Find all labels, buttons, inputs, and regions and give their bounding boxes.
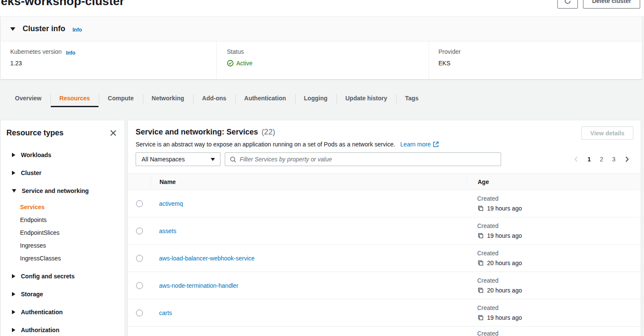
- caret-right-icon: [12, 171, 15, 175]
- column-header-name[interactable]: Name: [151, 177, 467, 187]
- caret-right-icon: [12, 274, 15, 278]
- tree-group-storage[interactable]: Storage: [1, 285, 125, 303]
- provider-value: EKS: [438, 60, 642, 67]
- row-radio[interactable]: [136, 200, 143, 207]
- tab-update-history[interactable]: Update history: [337, 90, 396, 107]
- collapse-caret-icon: [10, 27, 15, 31]
- copy-icon[interactable]: [477, 205, 484, 212]
- service-link[interactable]: aws-load-balancer-webhook-service: [159, 255, 255, 262]
- tab-logging[interactable]: Logging: [295, 90, 337, 107]
- services-panel: Service and networking: Services (22) Se…: [128, 120, 641, 336]
- row-radio[interactable]: [136, 282, 143, 289]
- cluster-info-body: Kubernetes version Info 1.23 Status Acti…: [1, 41, 642, 79]
- page-number-1[interactable]: 1: [585, 155, 594, 164]
- kubernetes-version-label: Kubernetes version: [10, 48, 62, 55]
- resource-types-tree: Workloads Cluster Service and networking…: [1, 146, 125, 336]
- provider-field: Provider EKS: [429, 41, 642, 79]
- search-input[interactable]: [240, 153, 499, 165]
- service-link[interactable]: carts: [159, 310, 172, 316]
- service-link[interactable]: aws-node-termination-handler: [159, 282, 238, 289]
- chevron-down-icon: [211, 158, 215, 161]
- namespace-dropdown-value: All Namespaces: [142, 156, 185, 163]
- tree-group-cluster[interactable]: Cluster: [1, 164, 125, 182]
- age-created-label: Created: [477, 222, 641, 229]
- age-created-label: Created: [477, 195, 641, 202]
- top-bar: eks-workshop-cluster Delete cluster: [0, 0, 644, 16]
- copy-icon[interactable]: [477, 287, 484, 294]
- age-created-label: Created: [477, 250, 641, 257]
- kubernetes-version-info-link[interactable]: Info: [66, 50, 75, 56]
- tree-group-label: Authorization: [21, 327, 59, 333]
- search-icon: [229, 156, 237, 163]
- cluster-info-header[interactable]: Cluster info Info: [1, 17, 642, 41]
- provider-label: Provider: [438, 48, 461, 55]
- cluster-tabs: Overview Resources Compute Networking Ad…: [6, 90, 427, 107]
- tab-add-ons[interactable]: Add-ons: [193, 90, 235, 107]
- learn-more-label: Learn more: [400, 141, 431, 148]
- tree-item-endpoints[interactable]: Endpoints: [1, 213, 125, 226]
- caret-right-icon: [12, 153, 15, 157]
- close-icon[interactable]: [109, 129, 118, 137]
- refresh-button[interactable]: [557, 0, 578, 9]
- view-details-button[interactable]: View details: [581, 126, 633, 140]
- tab-resources[interactable]: Resources: [50, 90, 99, 107]
- kubernetes-version-value: 1.23: [10, 60, 216, 67]
- caret-down-icon: [12, 189, 16, 193]
- tree-group-authorization[interactable]: Authorization: [1, 321, 125, 336]
- tree-item-services[interactable]: Services: [1, 201, 125, 213]
- column-header-age[interactable]: Age: [467, 177, 641, 187]
- row-radio[interactable]: [136, 255, 143, 262]
- tree-item-ingressclasses[interactable]: IngressClasses: [1, 252, 125, 265]
- previous-page-icon[interactable]: [571, 155, 581, 163]
- tree-group-authentication[interactable]: Authentication: [1, 303, 125, 321]
- tree-group-label: Service and networking: [22, 187, 89, 194]
- age-created-label: Created: [477, 304, 641, 311]
- tree-item-endpointslices[interactable]: EndpointSlices: [1, 226, 125, 239]
- table-row: activemq Created 19 hours ago: [128, 190, 641, 217]
- tree-group-label: Config and secrets: [21, 273, 75, 280]
- age-value: 19 hours ago: [487, 205, 522, 212]
- tab-authentication[interactable]: Authentication: [235, 90, 295, 107]
- services-description: Service is an abstract way to expose an …: [136, 141, 395, 148]
- service-link[interactable]: activemq: [159, 200, 183, 207]
- tree-group-service-and-networking[interactable]: Service and networking: [1, 182, 125, 200]
- copy-icon[interactable]: [477, 314, 484, 321]
- learn-more-link[interactable]: Learn more: [400, 141, 440, 148]
- delete-cluster-button[interactable]: Delete cluster: [583, 0, 640, 9]
- tree-group-workloads[interactable]: Workloads: [1, 146, 125, 164]
- header-actions: Delete cluster: [557, 0, 640, 9]
- age-value: 19 hours ago: [487, 314, 522, 321]
- copy-icon[interactable]: [477, 260, 484, 266]
- tab-overview[interactable]: Overview: [6, 90, 50, 107]
- tree-group-label: Storage: [21, 291, 43, 298]
- page-title: eks-workshop-cluster: [1, 0, 124, 8]
- table-row: aws-load-balancer-webhook-service Create…: [128, 245, 641, 272]
- tab-networking[interactable]: Networking: [143, 90, 193, 107]
- service-networking-children: Services Endpoints EndpointSlices Ingres…: [1, 200, 125, 267]
- refresh-icon: [564, 0, 571, 5]
- tree-group-config-and-secrets[interactable]: Config and secrets: [1, 267, 125, 285]
- services-panel-title: Service and networking: Services: [136, 128, 258, 137]
- tree-group-label: Workloads: [21, 152, 51, 158]
- tab-tags[interactable]: Tags: [396, 90, 428, 107]
- tab-compute[interactable]: Compute: [99, 90, 143, 107]
- namespace-dropdown[interactable]: All Namespaces: [136, 152, 220, 166]
- service-link[interactable]: assets: [159, 228, 176, 234]
- pagination: 1 2 3: [571, 155, 632, 164]
- caret-right-icon: [12, 328, 15, 332]
- resource-types-panel: Resource types Workloads Cluster Service…: [0, 120, 125, 336]
- table-row: carts Created 19 hours ago: [128, 299, 641, 327]
- status-active-icon: [227, 60, 234, 67]
- age-value: 19 hours ago: [487, 232, 522, 239]
- next-page-icon[interactable]: [622, 155, 632, 163]
- page-number-3[interactable]: 3: [609, 155, 618, 164]
- services-count: (22): [261, 128, 275, 137]
- page-number-2[interactable]: 2: [597, 155, 606, 164]
- tree-item-ingresses[interactable]: Ingresses: [1, 239, 125, 252]
- copy-icon[interactable]: [477, 232, 484, 239]
- cluster-info-info-link[interactable]: Info: [73, 27, 82, 33]
- table-row: assets Created 19 hours ago: [128, 217, 641, 245]
- row-radio[interactable]: [136, 310, 143, 316]
- kubernetes-version-field: Kubernetes version Info 1.23: [1, 41, 216, 79]
- row-radio[interactable]: [136, 228, 143, 234]
